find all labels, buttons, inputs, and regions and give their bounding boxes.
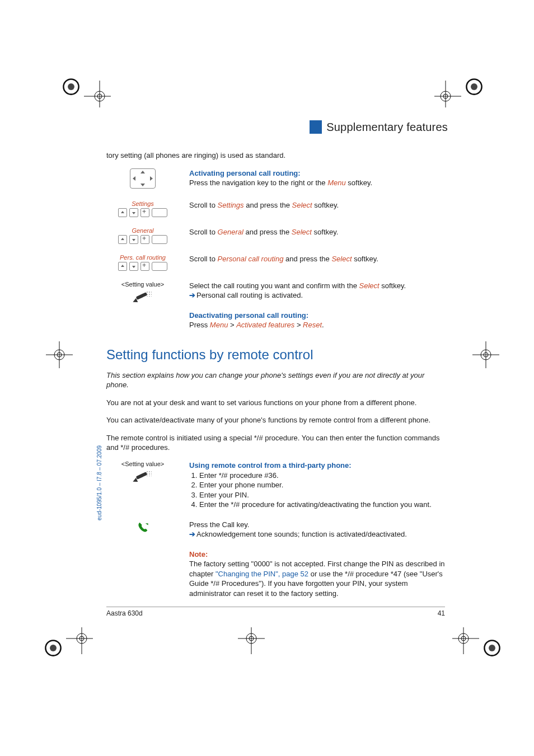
result-arrow-icon: ➔ [189, 291, 196, 299]
paragraph: You are not at your desk and want to set… [106, 398, 448, 408]
crosshair-icon [46, 341, 73, 368]
note-block: Note: The factory setting "0000" is not … [189, 550, 448, 599]
svg-point-31 [249, 636, 254, 641]
step-left-label: <Setting value> [106, 461, 179, 467]
step-icon-cell [106, 520, 179, 539]
paragraph: The remote control is initiated using a … [106, 433, 448, 453]
crop-mark-icon [62, 77, 81, 96]
svg-point-35 [461, 636, 466, 641]
step-text: Scroll to Settings and press the Select … [189, 200, 448, 217]
step-text: Deactivating personal call routing: Pres… [189, 311, 448, 330]
continuation-paragraph: tory setting (all phones are ringing) is… [106, 151, 448, 161]
remote-numbered-list: Enter */# procedure #36. Enter your phon… [189, 471, 448, 510]
svg-point-19 [57, 353, 62, 357]
step-icon-cell: <Setting value> [106, 461, 179, 510]
page-number: 41 [438, 609, 445, 617]
crosshair-icon [452, 627, 479, 654]
list-item: Enter the */# procedure for activating/d… [199, 500, 448, 510]
svg-point-15 [443, 94, 448, 98]
svg-point-7 [489, 645, 495, 651]
crop-mark-icon [44, 638, 63, 658]
crosshair-icon [472, 341, 499, 368]
step-icon-cell: General [106, 227, 179, 244]
section-header: Supplementary features [106, 120, 448, 134]
crop-mark-icon [483, 638, 502, 658]
call-key-icon [135, 521, 150, 533]
navigation-key-icon [130, 168, 156, 189]
list-item: Enter your PIN. [199, 490, 448, 500]
svg-point-11 [97, 94, 102, 98]
step-icon-cell [106, 550, 179, 599]
deactivating-heading: Deactivating personal call routing: [189, 311, 308, 320]
step-text: Using remote control from a third-party … [189, 461, 448, 510]
list-item: Enter */# procedure #36. [199, 471, 448, 481]
step-text: Select the call routing you want and con… [189, 281, 448, 300]
step-left-label: General [106, 227, 179, 234]
intro-italic: This section explains how you can change… [106, 370, 448, 390]
content-area: Supplementary features tory setting (all… [106, 120, 448, 599]
pencil-icon [135, 469, 151, 480]
remote-heading: Using remote control from a third-party … [189, 461, 352, 469]
svg-point-10 [95, 91, 105, 101]
activating-heading: Activating personal call routing: [189, 169, 301, 177]
svg-point-5 [50, 645, 57, 651]
section-title: Supplementary features [326, 121, 448, 134]
step-left-label: Settings [106, 200, 179, 207]
scroll-softkey-icon [106, 235, 179, 244]
step-icon-cell: <Setting value> [106, 281, 179, 300]
step-icon-cell [106, 311, 179, 330]
svg-point-34 [458, 633, 469, 644]
svg-point-30 [246, 633, 256, 644]
changing-pin-link[interactable]: "Changing the PIN", page 52 [216, 570, 308, 578]
page-footer: Aastra 630d 41 [106, 607, 445, 617]
step-icon-cell: Settings [106, 200, 179, 217]
svg-marker-36 [146, 523, 148, 525]
svg-point-23 [484, 353, 488, 357]
pencil-icon [135, 290, 151, 300]
remote-steps: <Setting value> Using remote control fro… [106, 461, 448, 599]
step-left-label: <Setting value> [106, 281, 179, 288]
paragraph: You can activate/deactivate many of your… [106, 415, 448, 425]
crop-mark-icon [465, 77, 484, 96]
svg-point-1 [68, 83, 74, 90]
step-left-label: Pers. call routing [106, 254, 179, 261]
crosshair-icon [66, 627, 93, 654]
svg-point-3 [471, 83, 477, 90]
section-accent-bar [310, 120, 322, 134]
svg-point-26 [77, 633, 87, 644]
crosshair-icon [238, 627, 265, 654]
subsection-title: Setting functions by remote control [106, 347, 448, 363]
page: Supplementary features tory setting (all… [0, 0, 534, 756]
step-icon-cell: Pers. call routing [106, 254, 179, 271]
svg-point-18 [54, 350, 64, 360]
step-icon-cell [106, 168, 179, 190]
note-label: Note: [189, 550, 208, 558]
result-arrow-icon: ➔ [189, 530, 196, 538]
step-text: Activating personal call routing: Press … [189, 168, 448, 190]
activating-steps: Activating personal call routing: Press … [106, 168, 448, 330]
crosshair-icon [434, 81, 461, 107]
scroll-softkey-icon [106, 208, 179, 217]
product-name: Aastra 630d [106, 609, 143, 617]
scroll-softkey-icon [106, 262, 179, 271]
step-text: Scroll to Personal call routing and pres… [189, 254, 448, 271]
step-text: Scroll to General and press the Select s… [189, 227, 448, 244]
svg-point-22 [481, 350, 491, 360]
document-id: eud-1095/1.0 – I7.8 – 07.2009 [96, 445, 102, 520]
list-item: Enter your phone number. [199, 480, 448, 490]
crosshair-icon [84, 81, 111, 107]
svg-point-14 [441, 91, 451, 101]
step-text: Press the Call key. ➔Acknowledgement ton… [189, 520, 448, 539]
svg-point-27 [79, 636, 84, 641]
